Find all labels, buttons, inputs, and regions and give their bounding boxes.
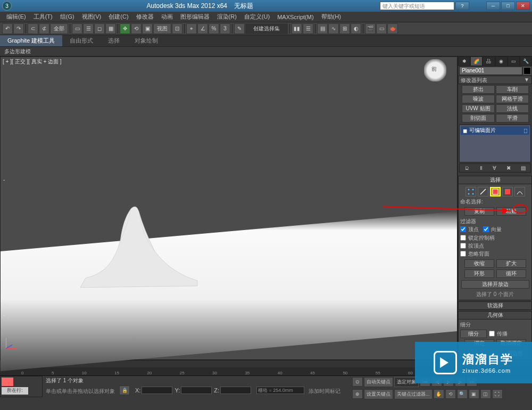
ring-sel-button[interactable]: 环形 <box>464 269 494 278</box>
select-rect-button[interactable]: ◻ <box>94 23 105 34</box>
layers-button[interactable]: ▤ <box>317 23 328 34</box>
link-button[interactable]: ⊂ <box>28 23 38 34</box>
viewcube[interactable] <box>424 59 446 81</box>
percent-snap[interactable]: % <box>209 23 219 34</box>
undo-button[interactable]: ↶ <box>2 23 13 34</box>
filter-vertex-check[interactable]: 顶点 <box>460 226 479 233</box>
paste-sel-button[interactable]: 粘贴 <box>496 207 526 216</box>
angle-snap[interactable]: ∠ <box>197 23 208 34</box>
show-end-icon[interactable]: Ⅱ <box>480 165 483 171</box>
help-button[interactable]: ? <box>455 2 469 10</box>
select-openedge-button[interactable]: 选择开放边 <box>461 280 529 289</box>
nav-zoomext-icon[interactable]: ▣ <box>469 389 479 399</box>
menu-create[interactable]: 创建(C) <box>105 12 131 22</box>
nav-zoom-icon[interactable]: 🔍 <box>457 389 468 399</box>
btn-slice[interactable]: 剖切面 <box>462 114 495 122</box>
remove-mod-icon[interactable]: ✖ <box>506 165 511 171</box>
copy-sel-button[interactable]: 复制 <box>464 207 494 216</box>
render-frame-button[interactable]: ▭ <box>376 23 387 34</box>
window-crossing-button[interactable]: ▦ <box>105 23 116 34</box>
object-name-field[interactable]: Plane001 <box>459 67 522 75</box>
subobj-element[interactable] <box>502 187 513 196</box>
select-button[interactable]: ▭ <box>72 23 82 34</box>
ribbon-tab-paint[interactable]: 对象绘制 <box>127 35 165 46</box>
named-sel-dropdown[interactable]: 创建选择集 <box>245 23 288 34</box>
configure-icon[interactable]: ▤ <box>521 165 526 171</box>
material-editor-button[interactable]: ◐ <box>351 23 361 34</box>
lock-handles-check[interactable]: 锁定控制柄 <box>460 234 530 242</box>
curve-editor-button[interactable]: ∿ <box>328 23 339 34</box>
modifier-list-dropdown[interactable]: 修改器列表▼ <box>458 76 532 84</box>
menu-edit[interactable]: 编辑(E) <box>3 12 29 22</box>
ribbon-tab-select[interactable]: 选择 <box>101 35 127 46</box>
loop-sel-button[interactable]: 循环 <box>496 269 526 278</box>
mirror-button[interactable]: ▮▮ <box>292 23 302 34</box>
by-vertex-check[interactable]: 按顶点 <box>460 242 530 250</box>
add-timemark-label[interactable]: 添加时间标记 <box>309 388 340 395</box>
rollout-geometry-header[interactable]: -几何体 <box>458 311 532 319</box>
subobj-patch[interactable] <box>490 187 501 196</box>
unique-icon[interactable]: ∀ <box>493 165 496 171</box>
tab-motion[interactable]: ◉ <box>495 56 508 66</box>
menu-render[interactable]: 渲染(R) <box>214 12 240 22</box>
subobj-vertex[interactable] <box>466 187 476 196</box>
nav-maximize-icon[interactable]: ⛶ <box>492 389 503 399</box>
menu-animation[interactable]: 动画 <box>158 12 176 22</box>
autokey-button[interactable]: 自动关键点 <box>364 377 393 387</box>
btn-meshsmooth[interactable]: 网格平滑 <box>496 95 529 103</box>
pin-stack-icon[interactable]: ⫒ <box>464 165 470 171</box>
close-button[interactable]: ✕ <box>516 2 530 10</box>
y-coord-input[interactable] <box>181 387 212 394</box>
tab-create[interactable]: ✱ <box>458 56 470 66</box>
help-search-input[interactable]: 键入关键字或短语 <box>380 2 454 10</box>
menu-tools[interactable]: 工具(T) <box>30 12 56 22</box>
btn-noise[interactable]: 噪波 <box>462 95 495 103</box>
keyfilter-button[interactable]: 关键点过滤器... <box>394 389 433 399</box>
app-logo[interactable]: 3 <box>2 1 12 11</box>
shrink-sel-button[interactable]: 收缩 <box>464 259 494 268</box>
btn-uvwmap[interactable]: UVW 贴图 <box>462 104 495 113</box>
rollout-selection-header[interactable]: -选择 <box>458 176 532 184</box>
nav-fov-icon[interactable]: ◫ <box>480 389 491 399</box>
unlink-button[interactable]: ⊄ <box>39 23 49 34</box>
menu-help[interactable]: 帮助(H) <box>318 12 344 22</box>
move-button[interactable]: ✥ <box>120 23 130 34</box>
menu-grapheditor[interactable]: 图形编辑器 <box>177 12 213 22</box>
menu-customize[interactable]: 自定义(U) <box>241 12 273 22</box>
btn-lathe[interactable]: 车削 <box>496 85 529 94</box>
menu-modifiers[interactable]: 修改器 <box>133 12 157 22</box>
spinner-snap[interactable]: 3 <box>220 23 230 34</box>
lock-selection-icon[interactable]: 🔒 <box>119 386 130 395</box>
ribbon-tab-freeform[interactable]: 自由形式 <box>62 35 101 46</box>
schematic-button[interactable]: ⊞ <box>339 23 350 34</box>
viewport[interactable]: [ + ][ 正交 ][ 真实 + 边面 ] <box>0 56 458 360</box>
pivot-button[interactable]: ⊡ <box>172 23 182 34</box>
subobj-handle[interactable] <box>514 187 525 196</box>
ref-coord-dropdown[interactable]: 视图 <box>153 23 171 34</box>
snap-toggle[interactable]: ⌖ <box>186 23 197 34</box>
render-setup-button[interactable]: 🎬 <box>365 23 376 34</box>
rotate-button[interactable]: ⟲ <box>131 23 142 34</box>
filter-vector-check[interactable]: 向量 <box>483 226 502 233</box>
btn-normal[interactable]: 法线 <box>496 104 529 113</box>
ignore-backface-check[interactable]: 忽略背面 <box>460 250 530 258</box>
ribbon-tab-graphite[interactable]: Graphite 建模工具 <box>0 35 62 46</box>
z-coord-input[interactable] <box>220 387 251 394</box>
subdivide-button[interactable]: 细分 <box>460 330 487 338</box>
btn-extrude[interactable]: 挤出 <box>462 85 495 94</box>
tab-display[interactable]: ▭ <box>508 56 520 66</box>
tab-hierarchy[interactable]: 品 <box>483 56 495 66</box>
setkey-icon[interactable]: ⊕ <box>352 389 363 399</box>
selection-filter[interactable]: 全部 <box>50 23 68 34</box>
subobj-edge[interactable] <box>478 187 488 196</box>
grow-sel-button[interactable]: 扩大 <box>496 259 526 268</box>
rollout-softsel-header[interactable]: +软选择 <box>458 301 532 310</box>
scale-button[interactable]: ▣ <box>142 23 153 34</box>
menu-group[interactable]: 组(G) <box>57 12 78 22</box>
menu-view[interactable]: 视图(V) <box>79 12 105 22</box>
align-button[interactable]: ☰ <box>303 23 313 34</box>
menu-maxscript[interactable]: MAXScript(M) <box>274 13 317 21</box>
named-sel-edit[interactable]: ✎ <box>234 23 245 34</box>
maximize-button[interactable]: □ <box>501 2 515 10</box>
redo-button[interactable]: ↷ <box>13 23 24 34</box>
